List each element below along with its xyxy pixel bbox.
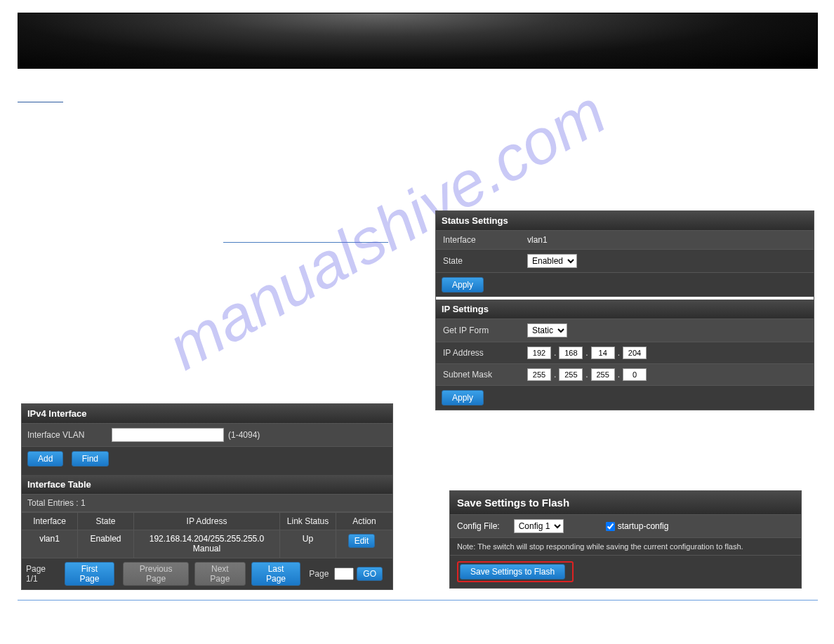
go-button[interactable]: GO — [357, 567, 383, 581]
save-title: Save Settings to Flash — [450, 491, 801, 514]
underline-bar — [18, 102, 63, 102]
ip-mask-row: Subnet Mask . . . — [436, 363, 814, 385]
pager: Page 1/1 First Page Previous Page Next P… — [22, 558, 392, 589]
text-link-underline — [223, 242, 388, 243]
first-page-button[interactable]: First Page — [65, 562, 114, 586]
vlan-input[interactable] — [112, 428, 224, 442]
ip-addr-row: IP Address . . . — [436, 342, 814, 363]
ipv4-interface-panel: IPv4 Interface Interface VLAN (1-4094) A… — [21, 403, 393, 590]
bottom-rule — [18, 600, 818, 601]
pager-page-input[interactable] — [334, 568, 354, 580]
cell-link: Up — [280, 530, 336, 558]
status-state-label: State — [443, 256, 527, 266]
save-note: Note: The switch will stop responding wh… — [450, 537, 801, 555]
hdr-ip: IP Address — [134, 512, 280, 530]
ip-form-row: Get IP Form Static — [436, 318, 814, 342]
vlan-label: Interface VLAN — [27, 430, 112, 440]
vlan-range: (1-4094) — [228, 430, 260, 440]
ip-mask-label: Subnet Mask — [443, 370, 527, 380]
pager-page: Page 1/1 — [26, 564, 59, 584]
ip-apply-row: Apply — [436, 385, 814, 410]
status-if-value: vlan1 — [527, 235, 548, 245]
cell-state: Enabled — [78, 530, 134, 558]
ip-octet-3[interactable] — [591, 347, 615, 359]
last-page-button[interactable]: Last Page — [251, 562, 301, 586]
ip-title: IP Settings — [436, 300, 814, 318]
hdr-state: State — [78, 512, 134, 530]
status-state-row: State Enabled — [436, 249, 814, 272]
mask-octet-4[interactable] — [623, 368, 647, 381]
mask-octet-2[interactable] — [559, 368, 583, 381]
hdr-interface: Interface — [22, 512, 78, 530]
status-state-select[interactable]: Enabled — [527, 254, 577, 268]
prev-page-button[interactable]: Previous Page — [123, 562, 189, 586]
interface-table-title: Interface Table — [22, 475, 392, 494]
pager-page-lbl: Page — [309, 569, 329, 579]
ip-octet-1[interactable] — [527, 347, 551, 359]
hdr-link: Link Status — [280, 512, 336, 530]
vlan-row: Interface VLAN (1-4094) — [22, 423, 392, 446]
ip-form-label: Get IP Form — [443, 326, 527, 335]
status-apply-row: Apply — [436, 272, 814, 297]
status-settings-panel: Status Settings Interface vlan1 State En… — [436, 211, 814, 300]
status-apply-button[interactable]: Apply — [442, 277, 484, 293]
save-settings-panel: Save Settings to Flash Config File: Conf… — [449, 490, 802, 589]
startup-config-checkbox[interactable] — [606, 522, 615, 531]
status-if-label: Interface — [443, 235, 527, 245]
hdr-action: Action — [336, 512, 392, 530]
config-file-select[interactable]: Config 1 — [514, 519, 564, 533]
right-panel-group: Status Settings Interface vlan1 State En… — [435, 210, 814, 410]
ip-form-select[interactable]: Static — [527, 323, 567, 337]
ipv4-title: IPv4 Interface — [22, 404, 392, 423]
ip-octet-2[interactable] — [559, 347, 583, 359]
page-banner — [18, 13, 818, 69]
ip-addr-label: IP Address — [443, 348, 527, 358]
ip-settings-panel: IP Settings Get IP Form Static IP Addres… — [436, 300, 814, 410]
cell-action: Edit — [336, 530, 392, 558]
next-page-button[interactable]: Next Page — [194, 562, 246, 586]
startup-config-label: startup-config — [618, 521, 669, 531]
status-if-row: Interface vlan1 — [436, 230, 814, 249]
table-row: vlan1 Enabled 192.168.14.204/255.255.255… — [22, 530, 392, 558]
add-button[interactable]: Add — [27, 451, 63, 467]
save-settings-button[interactable]: Save Settings to Flash — [460, 564, 565, 579]
total-entries: Total Entries : 1 — [22, 494, 392, 511]
config-file-label: Config File: — [457, 521, 500, 531]
find-button[interactable]: Find — [72, 451, 109, 467]
ip-apply-button[interactable]: Apply — [442, 390, 484, 405]
save-config-row: Config File: Config 1 startup-config — [450, 514, 801, 537]
save-btn-row: Save Settings to Flash — [450, 555, 801, 588]
save-btn-outline: Save Settings to Flash — [457, 561, 574, 582]
cell-interface: vlan1 — [22, 530, 78, 558]
table-header: Interface State IP Address Link Status A… — [22, 511, 392, 530]
mask-octet-1[interactable] — [527, 368, 551, 381]
status-title: Status Settings — [436, 211, 814, 230]
edit-button[interactable]: Edit — [348, 534, 376, 548]
cell-ip: 192.168.14.204/255.255.255.0 Manual — [134, 530, 280, 558]
ip-octet-4[interactable] — [623, 347, 647, 359]
mask-octet-3[interactable] — [591, 368, 615, 381]
vlan-btn-row: Add Find — [22, 446, 392, 471]
